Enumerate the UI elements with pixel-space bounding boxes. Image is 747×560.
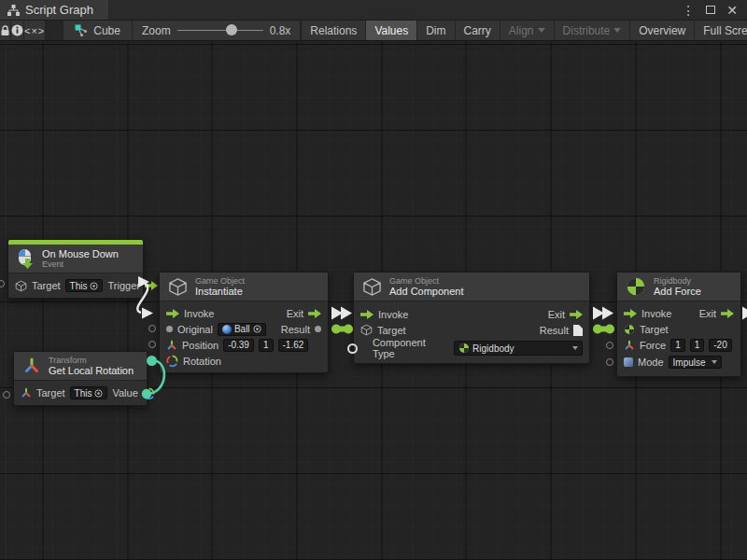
- result-label: Result: [281, 324, 310, 335]
- values-button[interactable]: Values: [365, 21, 416, 40]
- target-label: Target: [32, 280, 61, 291]
- force-port[interactable]: [606, 342, 613, 349]
- node-header[interactable]: Game Object Add Component: [354, 273, 589, 301]
- force-x-field[interactable]: 1: [670, 339, 685, 352]
- target-field[interactable]: This: [70, 386, 108, 399]
- transform-icon: [22, 357, 41, 375]
- component-type-dropdown[interactable]: Rigidbody: [454, 341, 583, 356]
- position-axes-icon: [166, 340, 177, 351]
- node-header[interactable]: Game Object Instantiate: [160, 273, 328, 301]
- lock-button[interactable]: [0, 21, 11, 40]
- node-header[interactable]: Transform Get Local Rotation: [14, 352, 147, 381]
- result-label: Result: [540, 325, 569, 336]
- align-button[interactable]: Align: [500, 21, 554, 40]
- rigidbody-icon: [624, 324, 635, 335]
- value-label: Value: [112, 387, 137, 399]
- zoom-slider[interactable]: [177, 30, 263, 31]
- chevron-down-icon: [613, 28, 621, 33]
- overview-button[interactable]: Overview: [629, 21, 694, 40]
- original-label: Original: [177, 324, 213, 335]
- dim-button[interactable]: Dim: [416, 21, 454, 40]
- mouse-down-icon: [17, 248, 35, 269]
- code-icon: <×>: [24, 25, 45, 36]
- relations-button[interactable]: Relations: [301, 21, 365, 40]
- target-port[interactable]: [3, 391, 10, 399]
- node-get-local-rotation[interactable]: Transform Get Local Rotation Target This…: [13, 351, 148, 406]
- zoom-value: 0.8x: [270, 24, 291, 37]
- node-instantiate[interactable]: Game Object Instantiate Invoke Exit O: [159, 272, 329, 373]
- position-label: Position: [182, 340, 218, 351]
- rigidbody-icon: [458, 343, 470, 354]
- menu-icon[interactable]: ⋮: [682, 4, 695, 17]
- exit-label: Exit: [548, 309, 565, 320]
- lock-icon: [0, 25, 10, 36]
- zoom-control: Zoom 0.8x: [133, 21, 301, 40]
- zoom-slider-handle[interactable]: [226, 24, 237, 35]
- component-type-label: Component Type: [373, 337, 449, 359]
- node-category: Transform: [49, 356, 134, 365]
- object-picker-icon[interactable]: [90, 282, 98, 290]
- mode-port[interactable]: [606, 358, 613, 366]
- value-port-icon: [315, 326, 321, 332]
- target-port[interactable]: [0, 280, 5, 287]
- transform-icon: [21, 387, 32, 399]
- graph-target-label: Cube: [93, 24, 120, 37]
- node-header[interactable]: On Mouse Down Event: [8, 245, 143, 273]
- node-add-force[interactable]: Rigidbody Add Force Invoke Exit: [616, 272, 741, 377]
- node-title: Get Local Rotation: [49, 365, 134, 376]
- distribute-button[interactable]: Distribute: [554, 21, 630, 40]
- graph-node-icon: [75, 24, 88, 36]
- node-title: On Mouse Down: [42, 248, 119, 259]
- position-x-field[interactable]: -0.39: [223, 339, 254, 352]
- node-title: Add Force: [654, 286, 701, 297]
- graph-target-button[interactable]: Cube: [63, 21, 133, 40]
- info-icon: [11, 24, 23, 36]
- info-button[interactable]: [11, 21, 24, 40]
- trigger-label: Trigger: [107, 280, 139, 291]
- document-icon: [573, 325, 583, 336]
- node-category: Game Object: [389, 276, 464, 286]
- original-field[interactable]: Ball: [218, 323, 266, 336]
- object-picker-icon[interactable]: [94, 389, 103, 398]
- original-port[interactable]: [148, 325, 156, 332]
- position-y-field[interactable]: 1: [259, 339, 274, 352]
- maximize-icon[interactable]: [706, 6, 715, 14]
- title-bar: Script Graph ⋮ ✕: [0, 0, 747, 21]
- carry-button[interactable]: Carry: [455, 21, 500, 40]
- node-on-mouse-down[interactable]: On Mouse Down Event Target This Trigger: [7, 239, 144, 299]
- code-view-button[interactable]: <×>: [24, 21, 46, 40]
- graph-canvas[interactable]: On Mouse Down Event Target This Trigger: [0, 42, 747, 560]
- component-type-port[interactable]: [347, 343, 358, 354]
- flow-arrow-icon: [360, 310, 374, 319]
- close-icon[interactable]: ✕: [726, 4, 738, 17]
- object-picker-icon[interactable]: [253, 325, 261, 333]
- rigidbody-icon: [626, 276, 646, 297]
- flow-arrow-icon: [145, 281, 158, 290]
- node-title: Add Component: [389, 286, 464, 297]
- node-header[interactable]: Rigidbody Add Force: [617, 273, 740, 301]
- mode-dropdown[interactable]: Impulse: [669, 356, 722, 369]
- rotation-port-connected[interactable]: [147, 356, 157, 366]
- tab-title: Script Graph: [25, 3, 93, 17]
- position-port[interactable]: [148, 341, 156, 348]
- invoke-label: Invoke: [641, 308, 671, 319]
- flow-arrow-icon: [721, 309, 734, 318]
- force-y-field[interactable]: 1: [690, 339, 705, 352]
- node-add-component[interactable]: Game Object Add Component Invoke Exit: [353, 272, 590, 364]
- position-z-field[interactable]: -1.62: [278, 339, 309, 352]
- force-z-field[interactable]: -20: [709, 339, 731, 352]
- exit-label: Exit: [699, 308, 716, 319]
- flow-arrow-icon: [624, 309, 637, 318]
- force-label: Force: [640, 340, 666, 351]
- mode-label: Mode: [638, 357, 664, 368]
- target-label: Target: [377, 325, 406, 336]
- window-controls: ⋮ ✕: [682, 0, 747, 20]
- chevron-down-icon: [572, 346, 578, 350]
- target-label: Target: [36, 387, 65, 399]
- full-screen-button[interactable]: Full Screen: [694, 21, 747, 40]
- target-field[interactable]: This: [65, 279, 104, 292]
- flow-arrow-icon: [570, 310, 583, 319]
- game-object-icon: [360, 324, 373, 336]
- tab-script-graph[interactable]: Script Graph: [0, 0, 108, 20]
- flow-arrow-icon: [308, 309, 321, 318]
